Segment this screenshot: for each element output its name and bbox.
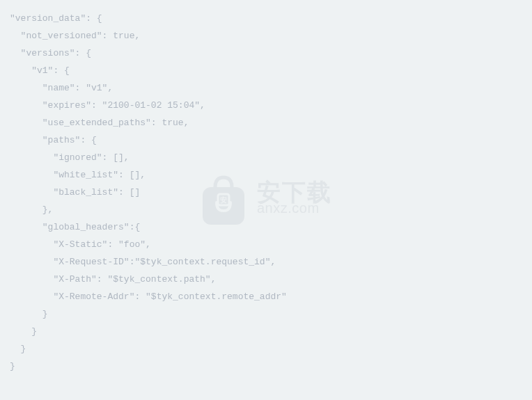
code-block: "version_data": { "not_versioned": true,… <box>10 10 522 375</box>
